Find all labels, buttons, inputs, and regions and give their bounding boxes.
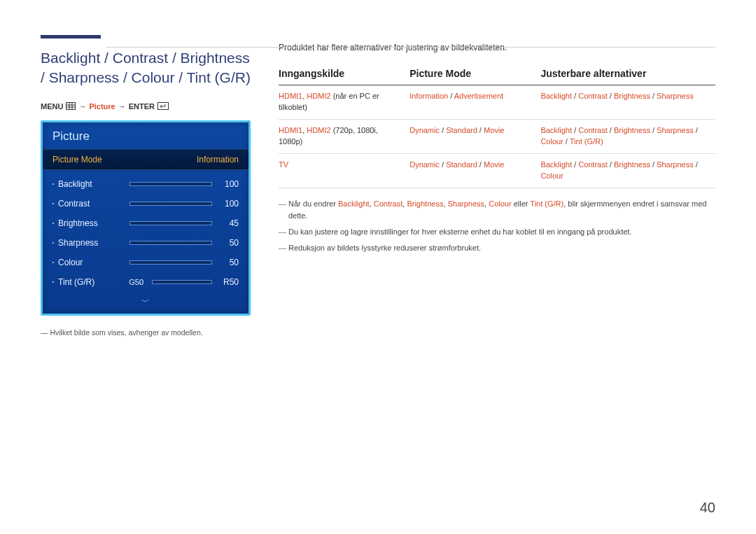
slider-track[interactable] (130, 202, 212, 206)
table-row: TVDynamic / Standard / MovieBacklight / … (279, 153, 715, 188)
cell-mode: Information / Advertisement (410, 85, 540, 120)
note-line: Når du endrer Backlight, Contrast, Brigh… (288, 198, 715, 222)
intro-text: Produktet har flere alternativer for jus… (279, 43, 715, 52)
options-table: Inngangskilde Picture Mode Justerbare al… (279, 65, 715, 188)
slider-track[interactable] (130, 221, 212, 225)
cell-options: Backlight / Contrast / Brightness / Shar… (540, 119, 715, 153)
breadcrumb-arrow: → (118, 102, 126, 111)
osd-slider-row[interactable]: Brightness45 (52, 213, 239, 233)
th-source: Inngangskilde (279, 65, 410, 85)
osd-row-value: 50 (218, 258, 239, 267)
note-line: Du kan justere og lagre innstillinger fo… (288, 226, 715, 238)
slider-track[interactable] (152, 280, 212, 284)
bullet-icon (52, 183, 54, 185)
osd-row-label: Contrast (58, 199, 124, 209)
enter-icon (158, 102, 169, 110)
cell-source: HDMI1, HDMI2 (720p, 1080i, 1080p) (279, 119, 410, 153)
cell-options: Backlight / Contrast / Brightness / Shar… (540, 153, 715, 188)
cell-source: HDMI1, HDMI2 (når en PC er tilkoblet) (279, 85, 410, 120)
bullet-icon (52, 262, 54, 263)
cell-options: Backlight / Contrast / Brightness / Shar… (540, 85, 715, 120)
osd-mode-value: Information (197, 155, 239, 164)
table-row: HDMI1, HDMI2 (når en PC er tilkoblet)Inf… (279, 85, 715, 120)
th-picture-mode: Picture Mode (410, 65, 540, 85)
osd-row-label: Backlight (58, 179, 124, 189)
breadcrumb-enter: ENTER (129, 102, 155, 111)
slider-track[interactable] (130, 182, 212, 186)
header-rule (106, 47, 715, 48)
bullet-icon (52, 242, 54, 244)
table-row: HDMI1, HDMI2 (720p, 1080i, 1080p)Dynamic… (279, 119, 715, 153)
osd-slider-row[interactable]: Colour50 (52, 253, 239, 272)
osd-row-value: 100 (218, 199, 239, 209)
osd-panel: Picture Picture Mode Information Backlig… (41, 120, 251, 316)
image-footnote: Hvilket bilde som vises, avhenger av mod… (41, 328, 251, 337)
page-number: 40 (700, 500, 715, 516)
page-title: Backlight / Contrast / Brightness / Shar… (41, 48, 251, 88)
osd-picture-mode-row[interactable]: Picture Mode Information (43, 149, 248, 170)
osd-slider-row[interactable]: Sharpness50 (52, 233, 239, 253)
bullet-icon (52, 281, 54, 283)
bullet-icon (52, 203, 54, 204)
osd-slider-row[interactable]: Contrast100 (52, 194, 239, 213)
slider-track[interactable] (130, 241, 212, 245)
menu-grid-icon (66, 102, 76, 110)
osd-row-label: Sharpness (58, 238, 124, 248)
osd-mode-label: Picture Mode (52, 155, 102, 164)
cell-mode: Dynamic / Standard / Movie (410, 119, 540, 153)
bullet-icon (52, 223, 54, 224)
note-line: Reduksjon av bildets lysstyrke reduserer… (288, 242, 715, 254)
osd-title: Picture (43, 122, 248, 149)
breadcrumb: MENU → Picture → ENTER (41, 102, 251, 111)
chevron-down-icon[interactable]: ﹀ (43, 295, 248, 314)
breadcrumb-arrow: → (78, 102, 86, 111)
osd-row-label: Tint (G/R) (58, 277, 124, 287)
notes: Når du endrer Backlight, Contrast, Brigh… (279, 198, 715, 254)
breadcrumb-menu: MENU (41, 102, 63, 111)
osd-row-value: 50 (218, 238, 239, 248)
breadcrumb-picture: Picture (89, 102, 115, 111)
osd-row-value: 100 (218, 179, 239, 189)
cell-source: TV (279, 153, 410, 188)
svg-rect-0 (66, 103, 76, 110)
osd-tint-row[interactable]: Tint (G/R)G50R50 (52, 272, 239, 292)
slider-track[interactable] (130, 260, 212, 265)
osd-tint-g: G50 (124, 278, 144, 286)
osd-tint-r: R50 (218, 277, 239, 287)
osd-slider-row[interactable]: Backlight100 (52, 174, 239, 194)
osd-row-value: 45 (218, 218, 239, 228)
cell-mode: Dynamic / Standard / Movie (410, 153, 540, 188)
osd-row-label: Colour (58, 258, 124, 267)
osd-row-label: Brightness (58, 218, 124, 228)
th-adjustable: Justerbare alternativer (540, 65, 715, 85)
